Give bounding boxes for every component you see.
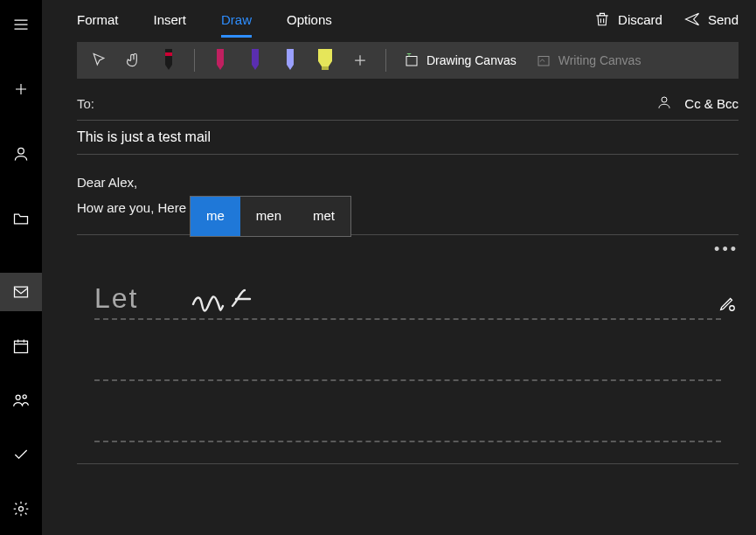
pen-icon <box>212 49 229 72</box>
message-body[interactable]: Dear Alex, How are you, Here is our new … <box>77 155 739 226</box>
pen-red[interactable] <box>207 47 233 73</box>
send-icon <box>683 10 701 28</box>
pen-lilac[interactable] <box>277 47 303 73</box>
canvas-more-button[interactable]: ••• <box>714 240 739 259</box>
mail-nav[interactable] <box>0 273 42 311</box>
folder-icon <box>12 210 30 227</box>
person-icon <box>656 94 672 110</box>
drawing-canvas-button[interactable]: Drawing Canvas <box>399 52 522 68</box>
svg-point-10 <box>662 97 667 102</box>
tab-format[interactable]: Format <box>77 7 119 32</box>
pen-icon <box>246 49 264 72</box>
ime-suggestion-popup: me men met <box>190 196 351 237</box>
drawing-canvas-label: Drawing Canvas <box>427 53 517 67</box>
to-field-row[interactable]: To: Cc & Bcc <box>77 87 739 121</box>
subject-text: This is just a test mail <box>77 129 211 144</box>
check-icon <box>12 446 30 463</box>
pen-icon <box>281 49 299 72</box>
cursor-tool[interactable] <box>86 47 112 73</box>
hand-icon <box>125 49 142 72</box>
plus-icon <box>351 49 369 72</box>
svg-point-4 <box>23 395 26 399</box>
compose-window: Format Insert Draw Options Discard Send <box>42 0 756 535</box>
pick-contact-button[interactable] <box>656 94 672 113</box>
person-icon <box>12 145 30 163</box>
canvas-add-icon <box>404 52 420 68</box>
highlighter-yellow[interactable] <box>312 47 338 73</box>
calendar-icon <box>12 337 30 355</box>
gear-icon <box>12 500 30 518</box>
menu-button[interactable] <box>0 5 42 44</box>
handwriting-canvas[interactable]: Let <box>42 259 756 442</box>
send-button[interactable]: Send <box>683 10 739 28</box>
writing-icon <box>536 52 551 68</box>
recognized-text: Let <box>94 282 138 315</box>
plus-icon <box>13 81 29 97</box>
svg-rect-6 <box>165 52 172 56</box>
toolbar-divider <box>385 49 386 72</box>
ink-stroke <box>191 280 269 318</box>
toolbar-divider <box>194 49 195 72</box>
pen-icon <box>160 49 177 72</box>
send-label: Send <box>708 12 739 27</box>
svg-point-5 <box>19 507 24 511</box>
svg-point-11 <box>730 306 735 311</box>
people-nav[interactable] <box>0 381 42 420</box>
svg-rect-2 <box>15 341 28 352</box>
trash-icon <box>593 10 611 28</box>
pen-black[interactable] <box>156 47 182 73</box>
suggestion-option[interactable]: me <box>191 197 240 236</box>
to-label: To: <box>77 96 94 111</box>
pen-purple[interactable] <box>242 47 268 73</box>
svg-point-0 <box>18 148 24 154</box>
body-line: How are you, Here is our new business pl… <box>77 196 739 221</box>
touch-tool[interactable] <box>121 47 147 73</box>
account-button[interactable] <box>0 135 42 173</box>
tab-insert[interactable]: Insert <box>154 7 187 32</box>
cursor-icon <box>90 49 108 72</box>
svg-rect-8 <box>406 57 417 66</box>
suggestion-option[interactable]: men <box>240 197 297 236</box>
tab-options[interactable]: Options <box>287 7 332 32</box>
draw-toolbar: Drawing Canvas Writing Canvas <box>77 42 739 79</box>
hamburger-icon <box>12 16 30 33</box>
folders-button[interactable] <box>0 199 42 238</box>
settings-nav[interactable] <box>0 490 42 528</box>
ccbcc-toggle[interactable]: Cc & Bcc <box>684 96 739 111</box>
add-pen-button[interactable] <box>347 47 373 73</box>
discard-button[interactable]: Discard <box>593 10 662 28</box>
svg-rect-7 <box>322 66 329 70</box>
svg-point-3 <box>16 395 20 400</box>
app-sidebar <box>0 0 42 535</box>
writing-canvas-label: Writing Canvas <box>558 53 642 67</box>
tab-draw[interactable]: Draw <box>221 7 252 32</box>
footer-divider <box>77 463 739 464</box>
discard-label: Discard <box>618 12 662 27</box>
calendar-nav[interactable] <box>0 327 42 365</box>
suggestion-option[interactable]: met <box>297 197 350 236</box>
svg-rect-1 <box>15 287 28 297</box>
highlighter-icon <box>316 49 334 72</box>
writing-canvas-button[interactable]: Writing Canvas <box>531 52 647 68</box>
subject-field[interactable]: This is just a test mail <box>77 121 739 155</box>
ribbon-bar: Format Insert Draw Options Discard Send <box>42 0 756 38</box>
mail-icon <box>12 283 30 301</box>
people-icon <box>12 392 30 409</box>
body-line: Dear Alex, <box>77 170 739 196</box>
new-button[interactable] <box>0 70 42 108</box>
todo-nav[interactable] <box>0 435 42 474</box>
